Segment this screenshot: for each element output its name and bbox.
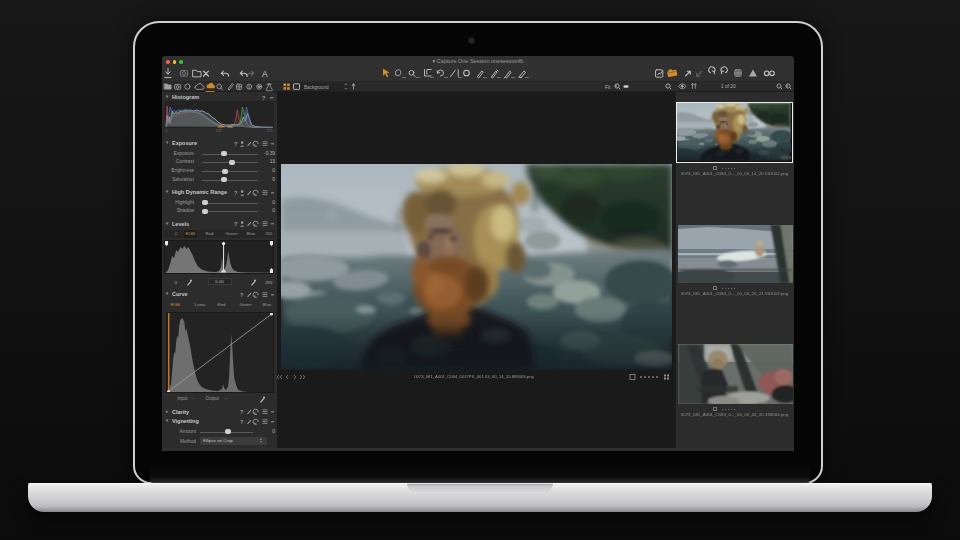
- svg-text:Fit: Fit: [605, 85, 611, 90]
- svg-text:A: A: [262, 69, 268, 79]
- svg-text:?: ?: [234, 190, 238, 196]
- svg-text:?: ?: [240, 292, 244, 298]
- svg-text:Background: Background: [304, 85, 329, 90]
- svg-text:1 of 20: 1 of 20: [721, 84, 736, 89]
- svg-text:?: ?: [234, 221, 238, 227]
- svg-text:?: ?: [240, 409, 244, 415]
- svg-text:?: ?: [240, 419, 244, 425]
- svg-text:?: ?: [234, 141, 238, 147]
